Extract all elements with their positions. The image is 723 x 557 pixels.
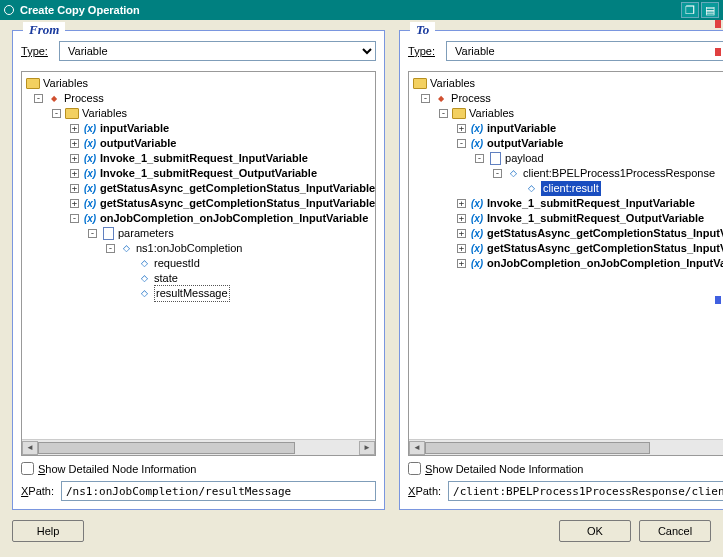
element-icon: [524, 183, 538, 195]
folder-icon: [452, 108, 466, 120]
scroll-left-arrow[interactable]: ◄: [409, 441, 425, 455]
tree-node-selected[interactable]: resultMessage: [154, 285, 230, 302]
element-icon: [119, 243, 133, 255]
expand-icon[interactable]: +: [457, 124, 466, 133]
to-panel: To Type: Variable Variables -Process -Va…: [399, 30, 723, 510]
variable-icon: [83, 138, 97, 150]
expand-icon[interactable]: +: [457, 199, 466, 208]
collapse-icon[interactable]: -: [439, 109, 448, 118]
window-restore-button[interactable]: ❐: [681, 2, 699, 18]
process-icon: [47, 93, 61, 105]
collapse-icon[interactable]: -: [88, 229, 97, 238]
window-title: Create Copy Operation: [20, 4, 679, 16]
collapse-icon[interactable]: -: [52, 109, 61, 118]
horizontal-scrollbar[interactable]: ◄ ►: [22, 439, 375, 455]
variable-icon: [470, 123, 484, 135]
tree-node[interactable]: Variables: [469, 106, 514, 121]
from-type-select[interactable]: Variable: [59, 41, 376, 61]
element-icon: [137, 258, 151, 270]
variable-icon: [83, 153, 97, 165]
tree-node[interactable]: getStatusAsync_getCompletionStatus_Input…: [100, 181, 375, 196]
tree-node[interactable]: inputVariable: [487, 121, 556, 136]
collapse-icon[interactable]: -: [493, 169, 502, 178]
tree-node[interactable]: Invoke_1_submitRequest_InputVariable: [100, 151, 308, 166]
gutter-marks: [715, 20, 723, 540]
variable-icon: [83, 213, 97, 225]
horizontal-scrollbar[interactable]: ◄ ►: [409, 439, 723, 455]
variable-icon: [83, 183, 97, 195]
from-xpath-label: XPath:: [21, 485, 61, 497]
tree-node[interactable]: ns1:onJobCompletion: [136, 241, 242, 256]
to-detail-label: Show Detailed Node Information: [425, 463, 583, 475]
tree-node[interactable]: outputVariable: [487, 136, 563, 151]
tree-node[interactable]: inputVariable: [100, 121, 169, 136]
tree-node[interactable]: client:BPELProcess1ProcessResponse: [523, 166, 715, 181]
collapse-icon[interactable]: -: [70, 214, 79, 223]
to-type-select[interactable]: Variable: [446, 41, 723, 61]
to-detail-checkbox[interactable]: [408, 462, 421, 475]
from-heading: From: [23, 22, 65, 38]
process-icon: [434, 93, 448, 105]
tree-node[interactable]: state: [154, 271, 178, 286]
expand-icon[interactable]: +: [70, 184, 79, 193]
element-icon: [137, 273, 151, 285]
document-icon: [101, 228, 115, 240]
expand-icon[interactable]: +: [70, 199, 79, 208]
window-close-button[interactable]: ▤: [701, 2, 719, 18]
expand-icon[interactable]: +: [457, 244, 466, 253]
from-detail-checkbox[interactable]: [21, 462, 34, 475]
folder-icon: [413, 78, 427, 90]
tree-node[interactable]: onJobCompletion_onJobCompletion_InputVar…: [100, 211, 368, 226]
tree-node[interactable]: Invoke_1_submitRequest_OutputVariable: [100, 166, 317, 181]
element-icon: [506, 168, 520, 180]
tree-node[interactable]: getStatusAsync_getCompletionStatus_Input…: [487, 241, 723, 256]
expand-icon[interactable]: +: [70, 169, 79, 178]
variable-icon: [470, 138, 484, 150]
collapse-icon[interactable]: -: [421, 94, 430, 103]
ok-button[interactable]: OK: [559, 520, 631, 542]
cancel-button[interactable]: Cancel: [639, 520, 711, 542]
help-button[interactable]: Help: [12, 520, 84, 542]
collapse-icon[interactable]: -: [106, 244, 115, 253]
tree-node[interactable]: requestId: [154, 256, 200, 271]
tree-node[interactable]: Invoke_1_submitRequest_InputVariable: [487, 196, 695, 211]
tree-node[interactable]: Variables: [430, 76, 475, 91]
to-xpath-input[interactable]: [448, 481, 723, 501]
expand-icon[interactable]: +: [457, 214, 466, 223]
collapse-icon[interactable]: -: [457, 139, 466, 148]
variable-icon: [83, 123, 97, 135]
from-detail-label: Show Detailed Node Information: [38, 463, 196, 475]
tree-node[interactable]: parameters: [118, 226, 174, 241]
tree-node[interactable]: Process: [451, 91, 491, 106]
scroll-right-arrow[interactable]: ►: [359, 441, 375, 455]
tree-node[interactable]: Variables: [82, 106, 127, 121]
tree-node[interactable]: getStatusAsync_getCompletionStatus_Input…: [100, 196, 375, 211]
expand-icon[interactable]: +: [457, 259, 466, 268]
tree-node[interactable]: Process: [64, 91, 104, 106]
titlebar: Create Copy Operation ❐ ▤: [0, 0, 723, 20]
expand-icon[interactable]: +: [70, 139, 79, 148]
to-xpath-label: XPath:: [408, 485, 448, 497]
collapse-icon[interactable]: -: [34, 94, 43, 103]
variable-icon: [83, 168, 97, 180]
tree-node[interactable]: Variables: [43, 76, 88, 91]
tree-node[interactable]: Invoke_1_submitRequest_OutputVariable: [487, 211, 704, 226]
tree-node[interactable]: onJobCompletion_onJobCompletion_InputVar…: [487, 256, 723, 271]
to-tree[interactable]: Variables -Process -Variables +inputVari…: [408, 71, 723, 456]
app-icon: [4, 5, 14, 15]
variable-icon: [470, 198, 484, 210]
element-icon: [137, 288, 151, 300]
scroll-left-arrow[interactable]: ◄: [22, 441, 38, 455]
from-xpath-input[interactable]: [61, 481, 376, 501]
tree-node[interactable]: outputVariable: [100, 136, 176, 151]
tree-node-selected[interactable]: client:result: [541, 181, 601, 196]
variable-icon: [83, 198, 97, 210]
tree-node[interactable]: getStatusAsync_getCompletionStatus_Input…: [487, 226, 723, 241]
variable-icon: [470, 243, 484, 255]
expand-icon[interactable]: +: [70, 154, 79, 163]
from-tree[interactable]: Variables -Process -Variables +inputVari…: [21, 71, 376, 456]
collapse-icon[interactable]: -: [475, 154, 484, 163]
tree-node[interactable]: payload: [505, 151, 544, 166]
expand-icon[interactable]: +: [70, 124, 79, 133]
expand-icon[interactable]: +: [457, 229, 466, 238]
